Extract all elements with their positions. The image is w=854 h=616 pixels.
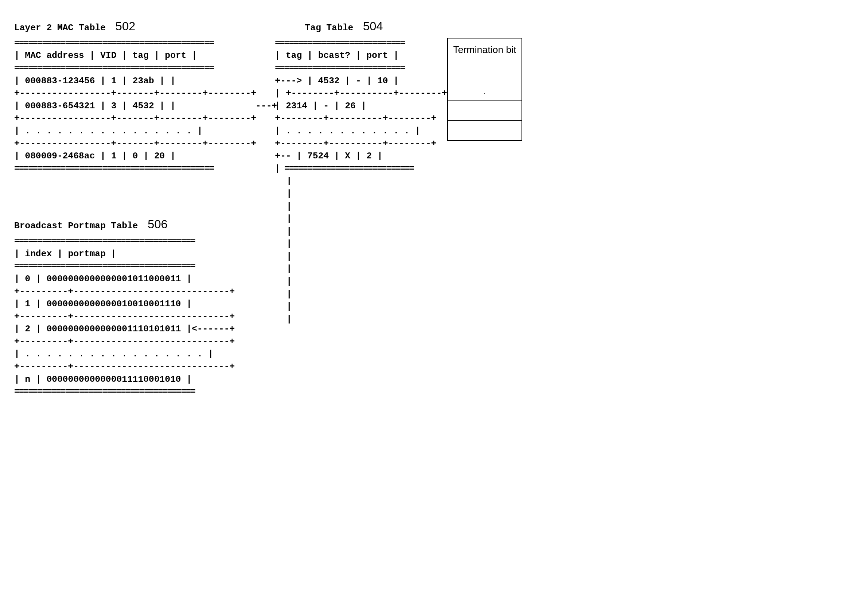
- tag-table: ============================ | tag | bca…: [275, 37, 447, 175]
- termination-bit-cell: [448, 61, 522, 81]
- portmap-table: Broadcast Portmap Table 506 ============…: [14, 216, 840, 398]
- termination-bit-cell: [448, 101, 522, 120]
- portmap-table-title: Broadcast Portmap Table: [14, 220, 138, 232]
- table-row: | 1 | 0000000000000010010001110 |: [14, 298, 235, 310]
- arrow-tag-to-portmap: |: [287, 200, 292, 213]
- arrow-tag-to-portmap: |: [287, 175, 292, 188]
- arrow-mac-to-tag: ---+: [256, 100, 277, 113]
- arrow-tag-to-portmap: |: [287, 225, 292, 238]
- arrow-tag-to-portmap: |: [287, 262, 292, 275]
- tag-table-figno: 504: [363, 18, 383, 35]
- table-row: +---> | 4532 | - | 10 |: [275, 75, 447, 87]
- arrow-tag-to-portmap: |: [287, 300, 292, 313]
- arrow-tag-to-portmap: |: [287, 313, 292, 326]
- termination-bit-header: Termination bit: [448, 38, 522, 61]
- arrow-tag-to-portmap: |: [287, 238, 292, 250]
- mac-table: Layer 2 MAC Table 502 ==================…: [14, 18, 256, 175]
- table-row: | 000883-123456 | 1 | 23ab | |: [14, 75, 256, 87]
- table-row: | 080009-2468ac | 1 | 0 | 20 |: [14, 150, 256, 163]
- table-row: | 2314 | - | 26 |: [275, 100, 447, 113]
- table-row: | . . . . . . . . . . . . . . . . . |: [14, 348, 235, 360]
- table-row: | 0 | 0000000000000001011000011 |: [14, 273, 235, 285]
- termination-bit-table: Termination bit .: [447, 38, 522, 141]
- termination-bit-cell: [448, 120, 522, 140]
- arrow-tag-to-portmap: |: [287, 288, 292, 301]
- arrow-tag-to-portmap: |: [287, 213, 292, 225]
- arrow-tag-to-portmap: |: [287, 275, 292, 288]
- mac-table-title: Layer 2 MAC Table: [14, 22, 106, 34]
- arrow-tag-to-portmap: |: [287, 188, 292, 200]
- table-row: +-- | 7524 | X | 2 |: [275, 150, 447, 163]
- table-row: | n | 0000000000000011110001010 |: [14, 373, 235, 386]
- table-row: | . . . . . . . . . . . . |: [275, 125, 447, 137]
- mac-table-figno: 502: [116, 18, 135, 35]
- table-row: | 2 | 0000000000000001110101011 |<------…: [14, 323, 235, 335]
- table-row: | . . . . . . . . . . . . . . . . |: [14, 125, 256, 137]
- arrow-tag-to-portmap: |: [287, 250, 292, 263]
- portmap-table-figno: 506: [148, 216, 167, 233]
- table-row: | 000883-654321 | 3 | 4532 | |: [14, 100, 256, 113]
- termination-bit-cell: .: [448, 81, 522, 101]
- tag-table-title: Tag Table: [305, 22, 354, 34]
